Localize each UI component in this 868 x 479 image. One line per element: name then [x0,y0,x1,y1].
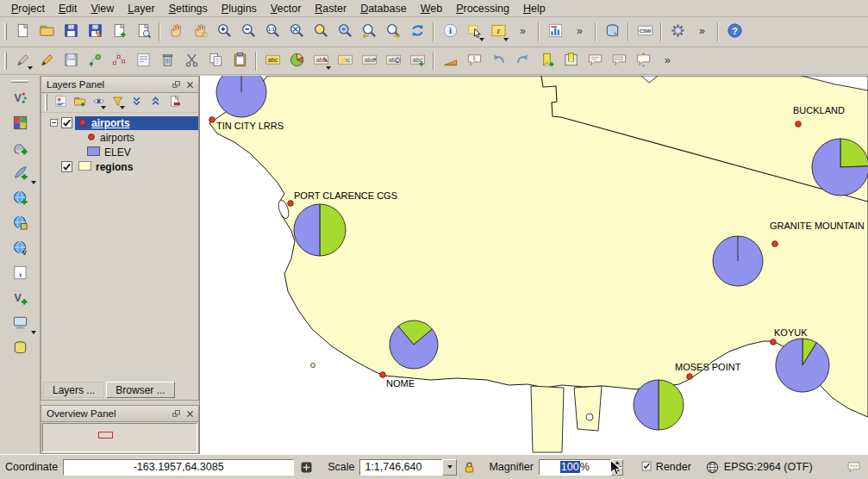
rotate-label-button[interactable]: abc [381,49,405,72]
menu-vector[interactable]: Vector [264,1,308,16]
layer-row-airports[interactable]: airports [41,130,198,145]
coordinate-input[interactable]: -163.1957,64.3085 [63,459,294,476]
menu-project[interactable]: Project [4,1,52,16]
scale-combo[interactable]: 1:1,746,640 [359,459,457,476]
form-annotation-button[interactable] [607,49,631,72]
highlight-labels-button[interactable]: abc [333,49,357,72]
zoom-out-button[interactable] [236,21,260,44]
add-wfs-layer-button[interactable]: V [3,236,37,261]
map-tips-button[interactable]: i [462,49,486,72]
extents-capture-icon[interactable] [299,460,314,475]
save-layer-edits-button[interactable] [59,49,83,72]
chevron-down-icon[interactable] [503,38,509,41]
chevron-down-icon[interactable] [120,106,125,109]
zoom-last-button[interactable] [357,21,381,44]
overflow-button[interactable]: » [567,21,591,44]
new-project-button[interactable] [10,21,34,44]
scale-dropdown-button[interactable] [442,459,457,476]
layout-manager-button[interactable] [131,21,155,44]
overflow-button[interactable]: » [655,49,679,72]
paste-features-button[interactable] [228,49,252,72]
cut-features-button[interactable] [179,49,203,72]
refresh-map-button[interactable] [405,21,429,44]
float-panel-icon[interactable] [170,407,182,420]
expand-all-button[interactable] [127,94,146,112]
help-contents-button[interactable]: ? [722,21,746,44]
lock-scale-icon[interactable] [462,460,477,475]
add-wcs-layer-button[interactable] [3,211,37,236]
undo-button[interactable] [486,49,510,72]
new-shapefile-layer-button[interactable]: V [3,286,37,311]
metasearch-button[interactable]: CSW [633,21,657,44]
add-feature-button[interactable] [83,49,107,72]
measure-angle-button[interactable] [438,49,462,72]
move-label-button[interactable]: abc [357,49,381,72]
add-delimited-text-layer-button[interactable]: , [3,261,37,286]
spin-up-button[interactable] [611,459,623,468]
overflow-button[interactable]: » [690,21,714,44]
layer-visibility-checkbox[interactable] [61,117,75,128]
new-virtual-layer-button[interactable] [3,311,37,336]
toolbar-grip[interactable] [45,94,47,111]
new-print-layout-button[interactable] [107,21,131,44]
pin-labels-button[interactable]: abc [309,49,333,72]
add-spatialite-layer-button[interactable] [3,161,37,186]
change-label-button[interactable]: abc [405,49,429,72]
zoom-next-button[interactable] [381,21,405,44]
chevron-down-icon[interactable] [31,181,36,184]
magnifier-spinbox[interactable]: 100% [539,459,623,476]
overview-map[interactable] [42,423,197,452]
layer-row-airports[interactable]: airports [41,115,198,130]
statistical-summary-button[interactable] [543,21,567,44]
menu-processing[interactable]: Processing [449,1,516,16]
toolbar-grip[interactable] [4,53,7,70]
processing-toolbox-button[interactable] [665,21,690,44]
show-bookmarks-button[interactable] [559,49,583,72]
copy-features-button[interactable] [203,49,228,72]
menu-plugins[interactable]: Plugins [215,1,264,16]
expander-icon[interactable] [50,119,61,127]
manage-map-themes-button[interactable] [89,94,108,112]
save-project-button[interactable] [59,21,83,44]
open-project-button[interactable] [34,21,59,44]
menu-web[interactable]: Web [414,1,449,16]
current-edits-button[interactable] [10,49,34,72]
chevron-down-icon[interactable] [101,106,106,109]
select-features-button[interactable] [462,21,486,44]
menu-help[interactable]: Help [516,1,553,16]
layer-diagram-button[interactable] [284,49,309,72]
remove-layer-button[interactable] [165,94,184,112]
menu-raster[interactable]: Raster [308,1,353,16]
chevron-down-icon[interactable] [326,66,331,70]
close-panel-icon[interactable] [184,78,196,90]
layer-visibility-checkbox[interactable] [61,161,75,172]
multiedit-attributes-button[interactable] [131,49,155,72]
pan-to-selection-button[interactable] [188,21,212,44]
messages-balloon-icon[interactable] [846,460,861,475]
spin-down-button[interactable] [611,467,623,476]
vertex-tool-button[interactable] [107,49,131,72]
zoom-full-button[interactable] [284,21,309,44]
layer-labeling-button[interactable]: abc [260,49,284,72]
add-oracle-layer-button[interactable] [3,336,37,361]
menu-view[interactable]: View [84,1,121,16]
layer-row-regions[interactable]: regions [41,159,198,174]
add-vector-layer-button[interactable]: V [3,86,37,111]
add-raster-layer-button[interactable] [3,111,37,136]
menu-settings[interactable]: Settings [162,1,215,16]
db-manager-button[interactable] [600,21,624,44]
text-annotation-button[interactable] [583,49,607,72]
add-wms-layer-button[interactable] [3,186,37,211]
new-bookmark-button[interactable] [534,49,559,72]
toolbar-grip[interactable] [4,23,7,40]
tab-layers[interactable]: Layers ... [43,382,104,398]
chevron-down-icon[interactable] [31,331,36,334]
menu-database[interactable]: Database [353,1,414,16]
toggle-editing-button[interactable] [34,49,59,72]
zoom-to-selection-button[interactable] [309,21,333,44]
redo-button[interactable] [510,49,534,72]
add-postgis-layer-button[interactable] [3,136,37,161]
toolbar-grip[interactable] [11,80,28,83]
menu-layer[interactable]: Layer [121,1,161,16]
move-annotation-button[interactable] [631,49,655,72]
